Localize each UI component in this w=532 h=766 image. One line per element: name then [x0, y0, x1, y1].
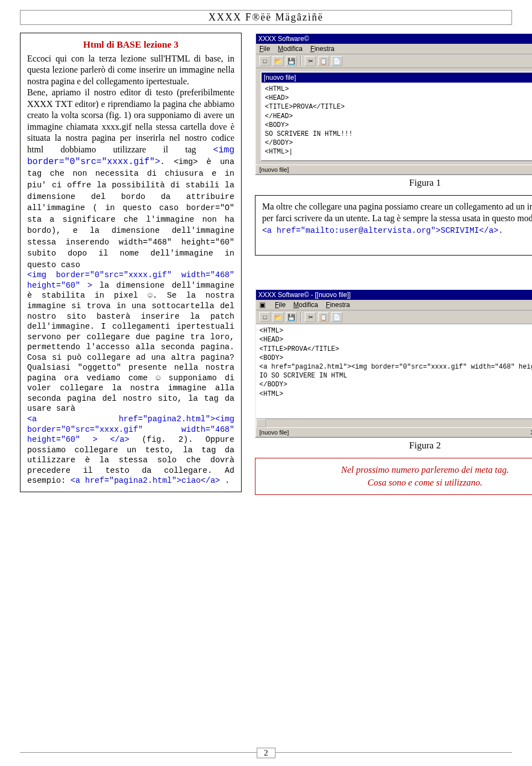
menu-window[interactable]: Finestra: [310, 45, 334, 53]
next-issue-line1: Nel prossimo numero parleremo dei meta t…: [262, 464, 532, 476]
code-line: <HTML>: [265, 85, 532, 94]
save-icon[interactable]: 💾: [286, 56, 297, 66]
code-line: <a href="pagina2.html"><img border="0"sr…: [259, 362, 532, 371]
sidebar-box: Ma oltre che collegare una pagina possia…: [255, 195, 532, 256]
code-line: <HTML>: [259, 390, 532, 399]
open-icon[interactable]: 📂: [273, 56, 284, 66]
next-issue-box: Nel prossimo numero parleremo dei meta t…: [255, 458, 532, 495]
article-box: Html di BASE lezione 3 Eccoci qui con la…: [20, 33, 242, 492]
menubar: ▣ File Modifica Finestra: [256, 300, 532, 310]
child-window-title: [nuovo file]: [264, 74, 296, 81]
code-line: <TITLE>PROVA</TITLE>: [259, 345, 532, 354]
sidebar-code: <a href="mailto:user@altervista.org">SCR…: [262, 226, 503, 235]
figure-1-caption: Figura 1: [255, 177, 532, 188]
open-icon[interactable]: 📂: [273, 312, 284, 322]
code-line: <TITLE>PROVA</TITLE>: [265, 103, 532, 111]
figure-1-screenshot: XXXX Software© _ □ × File Modifica Fines…: [255, 33, 532, 175]
status-left: [nuovo file]: [259, 166, 289, 173]
code-line: </BODY>: [259, 380, 532, 389]
toolbar: □ 📂 💾 ✂ 📋 📄: [256, 310, 532, 324]
editor-textarea[interactable]: <HTML> <HEAD> <TITLE>PROVA</TITLE> </HEA…: [262, 83, 532, 160]
code-block-2: <img border="0"src="xxxx.gif" width="468…: [27, 270, 234, 414]
staff-signature: XXXX StaFF: [262, 238, 532, 249]
new-icon[interactable]: □: [259, 312, 270, 322]
magazine-header: XXXX F®ëë Mägâzìñë: [20, 10, 512, 25]
menu-window[interactable]: Finestra: [326, 301, 350, 309]
menu-file[interactable]: File: [259, 45, 270, 53]
paste-icon[interactable]: 📄: [331, 312, 342, 322]
horizontal-scrollbar[interactable]: [256, 418, 532, 427]
copy-icon[interactable]: 📋: [318, 312, 329, 322]
figure-2-caption: Figura 2: [255, 440, 532, 451]
window-control-icon[interactable]: ▣: [259, 301, 267, 309]
code-line: SO SCRIVERE IN HTML!!!: [265, 130, 532, 139]
window-titlebar: XXXX Software© - [[nuovo file]] _ □ ×: [256, 290, 532, 300]
new-icon[interactable]: □: [259, 56, 270, 66]
window-title: XXXX Software© - [[nuovo file]]: [258, 291, 351, 299]
sidebar-text: Ma oltre che collegare una pagina possia…: [262, 202, 532, 223]
page-number: 2: [257, 748, 275, 758]
code-line: <HTML>|: [265, 147, 532, 156]
toolbar: □ 📂 💾 ✂ 📋 📄: [256, 54, 532, 68]
code-line: </HEAD>: [265, 112, 532, 121]
code-line: <HEAD>: [259, 335, 532, 344]
window-titlebar: XXXX Software© _ □ ×: [256, 34, 532, 44]
menu-edit[interactable]: Modifica: [293, 301, 318, 309]
code-line: <BODY>: [265, 121, 532, 130]
next-issue-line2: Cosa sono e come si utilizzano.: [262, 477, 532, 489]
paste-icon[interactable]: 📄: [331, 56, 342, 66]
menubar: File Modifica Finestra: [256, 44, 532, 54]
code-line: <BODY>: [259, 354, 532, 362]
code-line: IO SO SCRIVERE IN HTML: [259, 371, 532, 380]
article-title: Html di BASE lezione 3: [27, 39, 234, 51]
menu-file[interactable]: File: [275, 301, 285, 309]
code-line: </BODY>: [265, 139, 532, 147]
copy-icon[interactable]: 📋: [318, 56, 329, 66]
status-left: [nuovo file]: [259, 429, 289, 436]
statusbar: [nuovo file] XXXX Txt Editor v. 1.0: [256, 427, 532, 437]
cut-icon[interactable]: ✂: [305, 312, 316, 322]
article-intro: Eccoci qui con la terza lezione sull'HTM…: [27, 53, 234, 87]
window-title: XXXX Software©: [258, 35, 309, 43]
code-line: <HEAD>: [265, 94, 532, 103]
statusbar: [nuovo file]: [256, 165, 532, 174]
editor-textarea[interactable]: <HTML> <HEAD> <TITLE>PROVA</TITLE> <BODY…: [256, 324, 532, 418]
code-line: <HTML>: [259, 326, 532, 335]
article-para2: Bene, apriamo il nostro editor di testo …: [27, 87, 234, 270]
code-block-3: <a href="pagina2.html"><img border="0"sr…: [27, 414, 234, 486]
mdi-child-window: [nuovo file] _ □ × <HTML> <HEAD> <TITLE>…: [260, 72, 532, 161]
cut-icon[interactable]: ✂: [305, 56, 316, 66]
save-icon[interactable]: 💾: [286, 312, 297, 322]
figure-2-screenshot: XXXX Software© - [[nuovo file]] _ □ × ▣ …: [255, 289, 532, 438]
menu-edit[interactable]: Modifica: [278, 45, 303, 53]
